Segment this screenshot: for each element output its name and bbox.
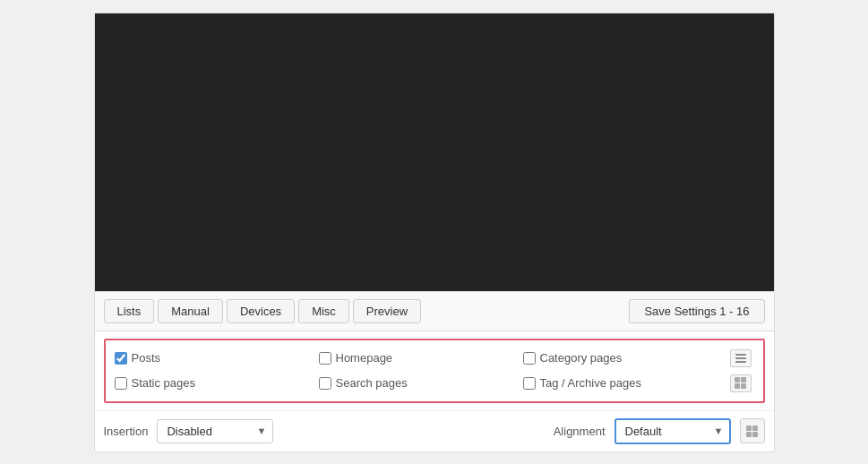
checkbox-row-1: Posts Homepage Category pages: [115, 346, 754, 371]
homepage-checkbox[interactable]: [319, 352, 331, 365]
misc-button[interactable]: Misc: [298, 299, 349, 323]
search-col: Search pages: [319, 376, 523, 390]
toolbar: Lists Manual Devices Misc Preview Save S…: [95, 291, 774, 331]
main-container: Lists Manual Devices Misc Preview Save S…: [94, 13, 775, 452]
posts-label: Posts: [132, 351, 161, 365]
tag-archive-col: Tag / Archive pages: [523, 376, 727, 390]
checkboxes-section: Posts Homepage Category pages: [104, 339, 765, 403]
bottom-bar: Insertion Disabled Before content After …: [95, 410, 774, 451]
tag-archive-checkbox[interactable]: [523, 377, 536, 390]
grid-cell-4: [741, 383, 746, 389]
insertion-select[interactable]: Disabled Before content After content: [157, 419, 273, 443]
category-label: Category pages: [540, 351, 623, 365]
insertion-select-wrapper: Disabled Before content After content ▼: [157, 419, 273, 443]
grid-icon: [735, 377, 746, 389]
posts-checkbox[interactable]: [115, 352, 127, 365]
layout-grid-cell-4: [752, 432, 758, 437]
manual-button[interactable]: Manual: [158, 299, 223, 323]
category-checkbox[interactable]: [523, 352, 536, 365]
devices-button[interactable]: Devices: [227, 299, 295, 323]
search-pages-label: Search pages: [336, 376, 408, 390]
preview-area: [95, 13, 774, 291]
homepage-label: Homepage: [336, 351, 393, 365]
layout-grid-icon: [746, 425, 758, 437]
checkbox-row-2: Static pages Search pages Tag / Archive …: [115, 371, 754, 396]
static-pages-checkbox[interactable]: [115, 377, 127, 390]
icon-col-lines: [727, 349, 754, 367]
static-col: Static pages: [115, 376, 319, 390]
layout-grid-cell-2: [752, 425, 758, 431]
layout-icon-button[interactable]: [740, 418, 765, 443]
layout-grid-cell-1: [746, 425, 752, 431]
grid-cell-3: [735, 383, 740, 389]
static-pages-label: Static pages: [132, 376, 196, 390]
grid-icon-button[interactable]: [730, 374, 752, 392]
alignment-label: Alignment: [554, 425, 606, 438]
search-pages-checkbox[interactable]: [319, 377, 331, 390]
grid-cell-2: [741, 377, 746, 382]
category-col: Category pages: [523, 351, 727, 365]
insertion-label: Insertion: [104, 425, 149, 438]
layout-grid-cell-3: [746, 432, 752, 437]
lists-button[interactable]: Lists: [104, 299, 155, 323]
lines-icon: [735, 354, 746, 363]
preview-button[interactable]: Preview: [353, 299, 421, 323]
icon-col-grid: [727, 374, 754, 392]
grid-cell-1: [735, 377, 740, 382]
homepage-col: Homepage: [319, 351, 523, 365]
lines-icon-button[interactable]: [730, 349, 752, 367]
save-button[interactable]: Save Settings 1 - 16: [629, 299, 764, 323]
posts-col: Posts: [115, 351, 319, 365]
alignment-select-wrapper: Default Left Center Right ▼: [614, 418, 731, 444]
alignment-select[interactable]: Default Left Center Right: [614, 418, 731, 444]
tag-archive-label: Tag / Archive pages: [540, 376, 641, 390]
